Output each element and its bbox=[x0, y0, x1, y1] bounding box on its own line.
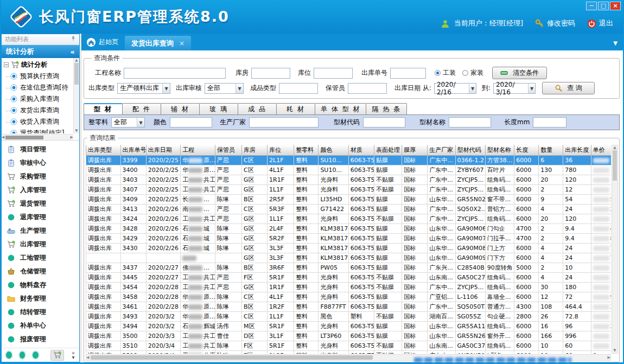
column-header-6[interactable]: 库位 bbox=[268, 145, 294, 155]
column-header-7[interactable]: 整零料 bbox=[294, 145, 319, 155]
logout-button[interactable]: 退出 bbox=[587, 18, 613, 28]
tree-item-2[interactable]: 采购入库查询 bbox=[3, 93, 73, 105]
sidebar-item-8[interactable]: 工地管理 bbox=[2, 251, 79, 265]
order-no-input[interactable] bbox=[390, 68, 426, 79]
table-row[interactable]: 调拨出库34072020/2/25工共工程严思G区1L1F整料光身料6063-T… bbox=[86, 184, 612, 194]
material-tab-7[interactable]: 隔 热 条 bbox=[366, 103, 407, 114]
radio-option-1[interactable]: 家装 bbox=[462, 68, 483, 78]
table-row[interactable]: 调拨出库34612020/2/28华原...陈琳B区1R2F整料F8877FT6… bbox=[86, 302, 612, 311]
column-header-11[interactable]: 膜厚 bbox=[402, 145, 428, 155]
column-header-3[interactable]: 工程 bbox=[181, 145, 215, 155]
material-tab-1[interactable]: 配 件 bbox=[122, 103, 161, 114]
column-header-13[interactable]: 型材代码 bbox=[455, 145, 485, 155]
table-row[interactable]: 调拨出库34092020/2/25长...陈琳B区2R5F整料LI35HD606… bbox=[86, 194, 612, 204]
table-row[interactable]: 调拨出库34542020/2/28工共工程严思G区1R1F整料光身料6063-T… bbox=[86, 282, 612, 292]
change-password-button[interactable]: 修改密码 bbox=[535, 18, 575, 28]
date-to-select[interactable]: 2020/ 3/16▼ bbox=[493, 83, 536, 94]
column-header-12[interactable]: 生产厂家 bbox=[428, 145, 455, 155]
sidebar-item-3[interactable]: 入库管理 bbox=[2, 183, 79, 197]
sidebar-item-14[interactable]: 报废管理 bbox=[2, 333, 79, 346]
quick-dot-icon[interactable] bbox=[33, 352, 39, 359]
table-row[interactable]: 调拨出库34452020/2/27工共工程严思F区5R1F整料光身料6063-T… bbox=[86, 272, 612, 282]
location-input[interactable] bbox=[314, 68, 353, 79]
column-header-9[interactable]: 材质 bbox=[348, 145, 374, 155]
table-row[interactable]: 调拨出库35002020/3/3工共工程曹佳D区3L1F整料LT3P606063… bbox=[86, 331, 612, 341]
maximize-button[interactable]: □ bbox=[598, 2, 609, 10]
sidebar-item-2[interactable]: 采购管理 bbox=[2, 170, 79, 183]
table-row[interactable]: 调拨出库34372020/2/27佛...陈琳B区3R6F整料PW056063-… bbox=[86, 263, 612, 272]
column-header-5[interactable]: 库房 bbox=[241, 145, 267, 155]
project-name-input[interactable] bbox=[124, 68, 226, 79]
material-tab-6[interactable]: 单 体 型 材 bbox=[315, 103, 366, 114]
minimize-button[interactable]: − bbox=[586, 2, 597, 10]
tree-item-4[interactable]: 收货入库查询 bbox=[3, 116, 73, 127]
tab-home[interactable]: 起始页 bbox=[81, 37, 125, 50]
tab-list-dropdown-icon[interactable]: ▼ bbox=[613, 40, 617, 46]
column-header-8[interactable]: 颜色 bbox=[319, 145, 348, 155]
column-header-16[interactable]: 数量 bbox=[539, 145, 563, 155]
out-type-select[interactable]: 生产领料出库▼ bbox=[117, 83, 170, 94]
tree-horizontal-scrollbar[interactable]: ◀▶ bbox=[2, 134, 73, 140]
tree-item-3[interactable]: 发货出库查询 bbox=[3, 105, 73, 116]
column-header-1[interactable]: 出库单号 bbox=[120, 145, 146, 155]
date-from-select[interactable]: 2020/ 2/16▼ bbox=[434, 83, 476, 94]
table-row[interactable]: 调拨出库34132020/2/26南...严思C区5R3F整料G71422606… bbox=[86, 204, 612, 214]
color-input[interactable] bbox=[170, 117, 212, 127]
sidebar-item-12[interactable]: 结转管理 bbox=[2, 305, 79, 319]
profile-code-input[interactable] bbox=[363, 117, 405, 127]
sidebar-item-11[interactable]: 财务管理 bbox=[2, 292, 79, 305]
table-row[interactable]: 调拨出库34032020/2/25工共工程严思G区1R1F整料光身料6063-T… bbox=[86, 175, 612, 184]
table-row[interactable]: 调拨出库34242020/2/26工共工程严思G区1L1F整料光身料6063-T… bbox=[86, 214, 612, 223]
keeper-input[interactable] bbox=[348, 83, 387, 94]
material-tab-5[interactable]: 耗 材 bbox=[276, 103, 315, 114]
clear-conditions-button[interactable]: 清空条件 bbox=[492, 67, 547, 79]
warehouse-input[interactable] bbox=[251, 68, 290, 79]
table-row[interactable]: G区3L3F整料KLM38176063-T5贴膜国标山东华...GA90M09.… bbox=[86, 253, 612, 263]
column-header-10[interactable]: 表面处理 bbox=[374, 145, 402, 155]
table-row[interactable]: 调拨出库33992020/2/25华原...严思C区2L1F整料SU10...6… bbox=[86, 155, 612, 165]
audit-select[interactable]: 全部▼ bbox=[205, 83, 244, 94]
sidebar-item-10[interactable]: 物料盘存 bbox=[2, 278, 79, 292]
search-button[interactable]: 查 询 bbox=[542, 82, 595, 94]
sidebar-item-7[interactable]: 出库管理 bbox=[2, 238, 79, 251]
sidebar-item-9[interactable]: 仓储管理 bbox=[2, 265, 79, 278]
tab-close-icon[interactable]: × bbox=[179, 40, 184, 47]
tree-expander-icon[interactable]: − bbox=[4, 62, 9, 67]
quick-dot-icon[interactable] bbox=[6, 352, 12, 359]
sidebar-item-5[interactable]: 退库管理 bbox=[2, 210, 79, 224]
table-row[interactable]: 调拨出库34302020/2/26石城陈琳G区3L3F整料KLM38176063… bbox=[86, 243, 612, 253]
tree-root[interactable]: − 统计分析 bbox=[3, 59, 73, 71]
column-header-0[interactable]: 出库类型 bbox=[86, 145, 121, 155]
quick-cart-button[interactable] bbox=[50, 350, 64, 361]
material-tab-4[interactable]: 成 品 bbox=[238, 103, 277, 114]
sidebar-item-1[interactable]: 审核中心 bbox=[2, 156, 79, 170]
column-header-15[interactable]: 长度 bbox=[514, 145, 539, 155]
column-header-2[interactable]: 出库日期 bbox=[146, 145, 181, 155]
sidebar-item-0[interactable]: 项目管理 bbox=[2, 143, 79, 156]
stats-panel-header[interactable]: 统计分析 « bbox=[2, 45, 79, 58]
close-button[interactable]: × bbox=[610, 2, 621, 10]
grid-vertical-scrollbar[interactable]: ▲▼ bbox=[612, 145, 618, 354]
radio-option-0[interactable]: 工装 bbox=[435, 68, 456, 78]
maker-input[interactable] bbox=[249, 117, 319, 127]
table-row[interactable]: 调拨出库34942020/3/2石辉城汤伟M区5R1F整料光身料6063-T5贴… bbox=[86, 321, 612, 331]
more-buttons-chevron[interactable]: »▾ bbox=[72, 351, 75, 360]
profile-name-input[interactable] bbox=[449, 117, 491, 127]
length-input[interactable] bbox=[533, 117, 566, 127]
tab-shipping-outbound-query[interactable]: 发货出库查询 × bbox=[125, 36, 191, 50]
sidebar-item-13[interactable]: 补单中心 bbox=[2, 319, 79, 333]
material-tab-0[interactable]: 型 材 bbox=[84, 103, 123, 114]
table-row[interactable]: 调拨出库35102020/3/4工共工程陈琳F区5R1F整料光身料6063-T5… bbox=[86, 341, 612, 350]
column-header-18[interactable]: 单价 bbox=[591, 145, 611, 155]
tree-item-0[interactable]: 预算执行查询 bbox=[3, 71, 73, 82]
quick-dot-icon[interactable] bbox=[20, 352, 26, 359]
material-tab-2[interactable]: 辅 材 bbox=[161, 103, 200, 114]
column-header-4[interactable]: 保管员 bbox=[215, 145, 241, 155]
table-row[interactable]: 调拨出库34292020/2/26石城陈琳G区5R2F整料KLM38176063… bbox=[86, 233, 612, 243]
material-tab-3[interactable]: 玻 璃 bbox=[199, 103, 238, 114]
sidebar-item-4[interactable]: 退货管理 bbox=[2, 197, 79, 210]
product-type-input[interactable] bbox=[279, 83, 318, 94]
column-header-14[interactable]: 型材名称 bbox=[485, 145, 514, 155]
table-row[interactable]: 调拨出库35122020/3/4工共工程陈琳F区1L2F整料光身料6063-T5… bbox=[86, 350, 612, 354]
tree-item-5[interactable]: 退货查询[待定] bbox=[3, 127, 73, 133]
